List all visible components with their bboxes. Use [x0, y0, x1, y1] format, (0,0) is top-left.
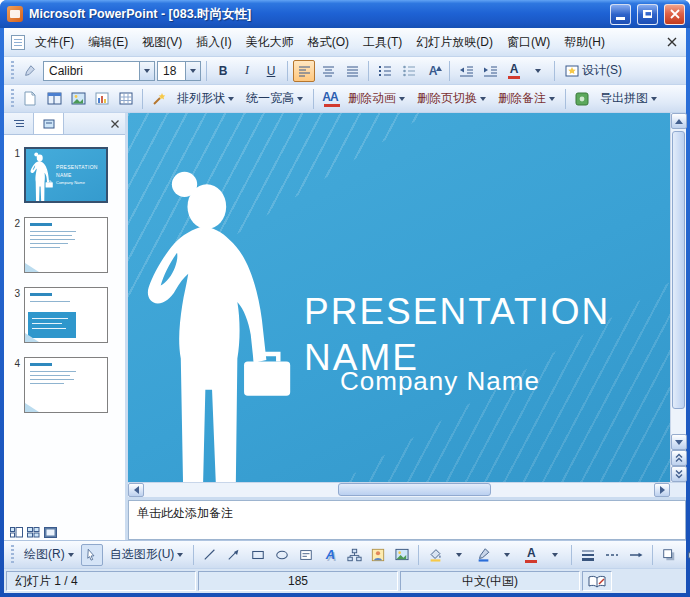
arrow-style-button[interactable] — [625, 544, 647, 566]
font-color-button-drawing[interactable]: A — [520, 544, 542, 566]
toolbar-grip[interactable] — [11, 89, 14, 109]
bold-button[interactable]: B — [212, 60, 234, 82]
horizontal-scroll-thumb[interactable] — [338, 483, 491, 496]
line-style-button[interactable] — [577, 544, 599, 566]
fill-color-dropdown[interactable] — [448, 544, 470, 566]
scroll-left-button[interactable] — [128, 483, 144, 497]
unify-size-button[interactable]: 统一宽高 — [241, 88, 308, 110]
delete-notes-button[interactable]: 删除备注 — [493, 88, 560, 110]
export-puzzle-icon-button[interactable] — [571, 88, 593, 110]
slide-subtitle[interactable]: Company Name — [340, 366, 540, 397]
rectangle-button[interactable] — [247, 544, 269, 566]
draw-menu-button[interactable]: 绘图(R) — [19, 544, 79, 566]
outline-tab[interactable] — [4, 113, 34, 134]
slide-thumbnail-2[interactable] — [24, 217, 108, 273]
menu-item-tools[interactable]: 工具(T) — [356, 29, 409, 56]
threed-style-button[interactable] — [682, 544, 690, 566]
slide-thumbnail-3[interactable] — [24, 287, 108, 343]
decrease-indent-button[interactable] — [455, 60, 477, 82]
format-painter-button[interactable] — [19, 60, 41, 82]
close-presentation-button[interactable] — [662, 32, 682, 52]
shadow-style-button[interactable] — [658, 544, 680, 566]
line-button[interactable] — [199, 544, 221, 566]
menu-item-file[interactable]: 文件(F) — [28, 29, 81, 56]
align-justify-button[interactable] — [341, 60, 363, 82]
dash-style-button[interactable] — [601, 544, 623, 566]
oval-button[interactable] — [271, 544, 293, 566]
textbox-button[interactable] — [295, 544, 317, 566]
minimize-button[interactable] — [610, 4, 631, 25]
scroll-right-button[interactable] — [654, 483, 670, 497]
line-color-button[interactable] — [472, 544, 494, 566]
previous-slide-button[interactable] — [671, 450, 687, 466]
increase-indent-button[interactable] — [479, 60, 501, 82]
slide-sorter-view-button[interactable] — [27, 527, 40, 538]
menu-item-view[interactable]: 视图(V) — [135, 29, 189, 56]
notes-input[interactable]: 单击此处添加备注 — [128, 500, 686, 540]
vertical-scrollbar[interactable] — [670, 113, 686, 482]
font-color-dropdown[interactable] — [527, 60, 549, 82]
underline-button[interactable]: U — [260, 60, 282, 82]
next-slide-button[interactable] — [671, 466, 687, 482]
toolbar-grip[interactable] — [11, 61, 14, 81]
font-color-button[interactable]: A — [503, 60, 525, 82]
font-name-combo[interactable]: Calibri — [43, 61, 155, 81]
delete-transition-button[interactable]: 删除页切换 — [412, 88, 491, 110]
arrange-shapes-button[interactable]: 排列形状 — [172, 88, 239, 110]
slide-thumbnail-1[interactable]: PRESENTATION NAME Company Name — [24, 147, 108, 203]
insert-chart-button[interactable] — [91, 88, 113, 110]
font-size-dropdown[interactable] — [185, 62, 200, 80]
notes-pane[interactable]: 单击此处添加备注 — [128, 497, 686, 540]
bullets-button[interactable] — [398, 60, 420, 82]
align-center-button[interactable] — [317, 60, 339, 82]
status-spellcheck[interactable] — [582, 571, 612, 591]
delete-animation-button[interactable]: 删除动画 — [343, 88, 410, 110]
layout-button[interactable] — [43, 88, 65, 110]
vertical-scroll-track[interactable] — [671, 129, 686, 434]
new-slide-button[interactable] — [19, 88, 41, 110]
vertical-scroll-thumb[interactable] — [672, 131, 685, 409]
wordart-button[interactable]: A — [319, 544, 341, 566]
toolbar-grip[interactable] — [11, 545, 14, 565]
normal-view-button[interactable] — [10, 527, 23, 538]
scroll-down-button[interactable] — [671, 434, 687, 450]
menu-item-help[interactable]: 帮助(H) — [557, 29, 612, 56]
scroll-up-button[interactable] — [671, 113, 687, 129]
replace-font-button[interactable]: AA — [319, 88, 341, 110]
horizontal-scrollbar[interactable] — [128, 483, 670, 497]
menu-item-edit[interactable]: 编辑(E) — [81, 29, 135, 56]
woman-silhouette[interactable] — [132, 162, 304, 482]
align-left-button[interactable] — [293, 60, 315, 82]
menu-item-beautify-master[interactable]: 美化大师 — [239, 29, 301, 56]
close-button[interactable] — [664, 4, 685, 25]
design-button[interactable]: 设计(S) — [560, 60, 627, 82]
menu-item-format[interactable]: 格式(O) — [301, 29, 356, 56]
clipart-button[interactable] — [367, 544, 389, 566]
autoshapes-button[interactable]: 自选图形(U) — [105, 544, 189, 566]
status-language[interactable]: 中文(中国) — [400, 571, 580, 591]
increase-font-size-button[interactable]: A — [422, 60, 444, 82]
font-color-dropdown-drawing[interactable] — [544, 544, 566, 566]
slide-thumbnail-4[interactable] — [24, 357, 108, 413]
slideshow-view-button[interactable] — [44, 527, 57, 538]
insert-table-button[interactable] — [115, 88, 137, 110]
select-objects-button[interactable] — [81, 544, 103, 566]
slides-tab[interactable] — [34, 113, 64, 134]
title-bar[interactable]: Microsoft PowerPoint - [083.时尚女性] — [0, 0, 690, 28]
line-color-dropdown[interactable] — [496, 544, 518, 566]
font-name-dropdown[interactable] — [139, 62, 154, 80]
menu-item-slideshow[interactable]: 幻灯片放映(D) — [409, 29, 500, 56]
slide-canvas[interactable]: PRESENTATION NAME Company Name — [128, 113, 670, 482]
menu-item-insert[interactable]: 插入(I) — [189, 29, 238, 56]
font-size-combo[interactable]: 18 — [157, 61, 201, 81]
diagram-button[interactable] — [343, 544, 365, 566]
insert-picture-button-2[interactable] — [391, 544, 413, 566]
italic-button[interactable]: I — [236, 60, 258, 82]
arrow-button[interactable] — [223, 544, 245, 566]
horizontal-scroll-track[interactable] — [144, 483, 654, 497]
menu-item-window[interactable]: 窗口(W) — [500, 29, 557, 56]
fill-color-button[interactable] — [424, 544, 446, 566]
insert-picture-button[interactable] — [67, 88, 89, 110]
close-pane-button[interactable] — [105, 113, 125, 134]
document-icon[interactable] — [11, 35, 25, 50]
